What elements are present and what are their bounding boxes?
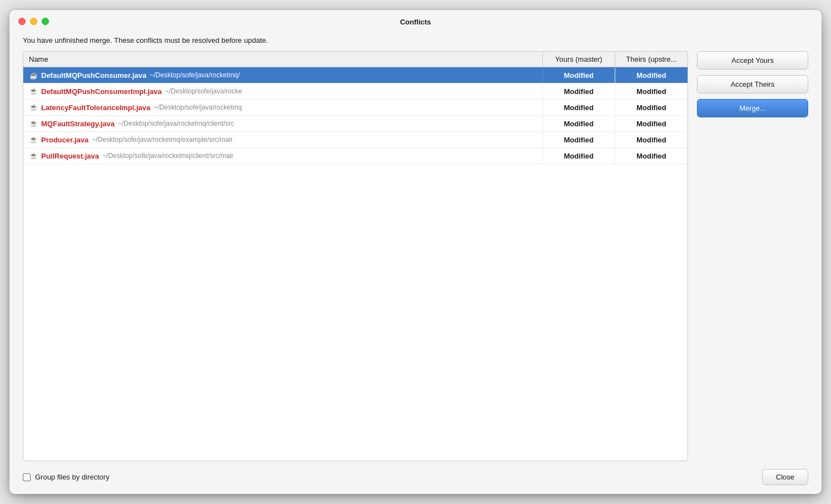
row-yours-status: Modified bbox=[543, 149, 615, 164]
file-path: ~/Desktop/sofe/java/rocke bbox=[165, 87, 242, 95]
table-row[interactable]: ☕ PullRequest.java ~/Desktop/sofe/java/r… bbox=[23, 148, 687, 164]
row-theirs-status: Modified bbox=[615, 116, 687, 131]
table-row[interactable]: ☕ DefaultMQPushConsumerImpl.java ~/Deskt… bbox=[23, 83, 687, 100]
row-name-cell: ☕ DefaultMQPushConsumerImpl.java ~/Deskt… bbox=[23, 83, 543, 99]
row-theirs-status: Modified bbox=[615, 149, 687, 164]
row-yours-status: Modified bbox=[543, 84, 615, 99]
file-name: Producer.java bbox=[41, 136, 88, 144]
file-name: LatencyFaultToleranceImpl.java bbox=[41, 103, 150, 112]
java-icon: ☕ bbox=[29, 119, 38, 128]
file-name: DefaultMQPushConsumerImpl.java bbox=[41, 87, 162, 96]
row-name-cell: ☕ PullRequest.java ~/Desktop/sofe/java/r… bbox=[23, 148, 543, 164]
java-icon: ☕ bbox=[29, 151, 38, 160]
row-theirs-status: Modified bbox=[615, 100, 687, 115]
merge-button[interactable]: Merge... bbox=[697, 99, 808, 117]
java-icon: ☕ bbox=[29, 71, 38, 80]
buttons-panel: Accept Yours Accept Theirs Merge... bbox=[697, 51, 808, 461]
row-name-cell: ☕ DefaultMQPushConsumer.java ~/Desktop/s… bbox=[23, 67, 543, 83]
info-message: You have unfinished merge. These conflic… bbox=[9, 32, 822, 51]
accept-yours-button[interactable]: Accept Yours bbox=[697, 51, 808, 70]
file-name: PullRequest.java bbox=[41, 152, 99, 160]
maximize-window-button[interactable] bbox=[42, 18, 49, 25]
accept-theirs-button[interactable]: Accept Theirs bbox=[697, 75, 808, 93]
row-theirs-status: Modified bbox=[615, 68, 687, 83]
table-body: ☕ DefaultMQPushConsumer.java ~/Desktop/s… bbox=[23, 67, 687, 461]
file-path: ~/Desktop/sofe/java/rocketmq/example/src… bbox=[92, 136, 233, 144]
column-yours: Yours (master) bbox=[543, 52, 615, 67]
java-icon: ☕ bbox=[29, 135, 38, 144]
file-path: ~/Desktop/sofe/java/rocketmq/client/src/… bbox=[102, 152, 234, 160]
table-row[interactable]: ☕ LatencyFaultToleranceImpl.java ~/Deskt… bbox=[23, 100, 687, 116]
conflicts-table: Name Yours (master) Theirs (upstre... ☕ … bbox=[23, 51, 688, 461]
row-yours-status: Modified bbox=[543, 100, 615, 115]
row-name-cell: ☕ LatencyFaultToleranceImpl.java ~/Deskt… bbox=[23, 100, 543, 115]
file-name: MQFaultStrategy.java bbox=[41, 120, 115, 128]
table-row[interactable]: ☕ Producer.java ~/Desktop/sofe/java/rock… bbox=[23, 132, 687, 148]
column-name: Name bbox=[23, 52, 543, 67]
row-theirs-status: Modified bbox=[615, 132, 687, 147]
close-window-button[interactable] bbox=[18, 18, 26, 25]
row-name-cell: ☕ Producer.java ~/Desktop/sofe/java/rock… bbox=[23, 132, 543, 147]
bottom-area: Group files by directory Close bbox=[9, 461, 822, 494]
traffic-lights bbox=[18, 18, 49, 25]
title-bar: Conflicts bbox=[9, 10, 822, 32]
row-name-cell: ☕ MQFaultStrategy.java ~/Desktop/sofe/ja… bbox=[23, 116, 543, 131]
close-button[interactable]: Close bbox=[762, 469, 808, 485]
row-yours-status: Modified bbox=[543, 116, 615, 131]
java-icon: ☕ bbox=[29, 103, 38, 112]
file-path: ~/Desktop/sofe/java/rocketmq bbox=[154, 103, 241, 111]
table-row[interactable]: ☕ DefaultMQPushConsumer.java ~/Desktop/s… bbox=[23, 67, 687, 83]
java-icon: ☕ bbox=[29, 87, 38, 96]
row-theirs-status: Modified bbox=[615, 84, 687, 99]
group-by-directory-checkbox[interactable] bbox=[23, 473, 31, 481]
content-area: Name Yours (master) Theirs (upstre... ☕ … bbox=[9, 51, 822, 461]
group-by-directory-group: Group files by directory bbox=[23, 473, 110, 481]
table-header: Name Yours (master) Theirs (upstre... bbox=[23, 52, 687, 67]
file-path: ~/Desktop/sofe/java/rocketmq/client/src bbox=[118, 120, 234, 127]
file-path: ~/Desktop/sofe/java/rocketmq/ bbox=[150, 71, 240, 79]
file-name: DefaultMQPushConsumer.java bbox=[41, 71, 146, 80]
group-by-directory-label: Group files by directory bbox=[35, 473, 110, 481]
row-yours-status: Modified bbox=[543, 68, 615, 83]
svg-text:☕: ☕ bbox=[29, 71, 38, 80]
column-theirs: Theirs (upstre... bbox=[615, 52, 687, 67]
conflicts-window: Conflicts You have unfinished merge. The… bbox=[9, 10, 822, 494]
minimize-window-button[interactable] bbox=[30, 18, 37, 25]
row-yours-status: Modified bbox=[543, 132, 615, 147]
table-row[interactable]: ☕ MQFaultStrategy.java ~/Desktop/sofe/ja… bbox=[23, 116, 687, 132]
window-title: Conflicts bbox=[400, 18, 431, 26]
